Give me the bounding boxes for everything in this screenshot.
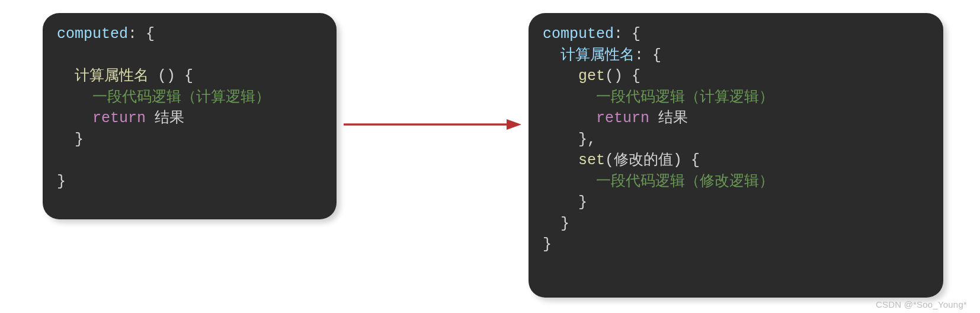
token-punc: (修改的值) { — [605, 152, 700, 169]
code-line: } — [57, 129, 322, 151]
code-line: set(修改的值) { — [543, 150, 929, 171]
token-punc: : { — [635, 47, 661, 64]
token-punc: } — [578, 194, 587, 211]
code-line: 一段代码逻辑（计算逻辑） — [57, 87, 322, 108]
code-line: 一段代码逻辑（计算逻辑） — [543, 87, 929, 108]
code-panel-right: computed: { 计算属性名: { get() { 一段代码逻辑（计算逻辑… — [529, 13, 943, 298]
code-line: } — [57, 171, 322, 193]
watermark: CSDN @*Soo_Young* — [876, 299, 967, 309]
token-comment: 一段代码逻辑（修改逻辑） — [596, 173, 774, 190]
token-return: return — [596, 110, 649, 127]
token-comment: 一段代码逻辑（计算逻辑） — [92, 89, 270, 106]
code-line: 计算属性名 () { — [57, 66, 322, 87]
token-fn: set — [578, 152, 605, 169]
code-line: } — [543, 192, 929, 213]
token-return: return — [92, 110, 146, 127]
token-punc: } — [75, 131, 84, 148]
code-line: 一段代码逻辑（修改逻辑） — [543, 171, 929, 193]
code-line-blank — [57, 150, 322, 171]
svg-marker-1 — [507, 119, 521, 130]
arrow-icon — [344, 117, 521, 132]
token-key: computed — [543, 25, 614, 43]
token-punc: } — [543, 236, 552, 253]
token-punc: } — [57, 173, 66, 190]
token-punc: () { — [149, 68, 193, 85]
code-line: 计算属性名: { — [543, 45, 929, 66]
code-line: }, — [543, 129, 929, 151]
token-key: 计算属性名 — [561, 47, 635, 64]
token-punc: () { — [605, 68, 640, 85]
token-plain: 结果 — [146, 110, 184, 127]
code-line: computed: { — [57, 24, 322, 45]
code-line: computed: { — [543, 24, 929, 45]
code-panel-left: computed: { 计算属性名 () { 一段代码逻辑（计算逻辑） retu… — [43, 13, 337, 219]
token-comment: 一段代码逻辑（计算逻辑） — [596, 89, 774, 106]
code-line: return 结果 — [543, 108, 929, 129]
code-line: return 结果 — [57, 108, 322, 129]
code-line-blank — [57, 45, 322, 66]
token-plain: 结果 — [649, 110, 688, 127]
code-line: get() { — [543, 66, 929, 87]
token-punc: }, — [578, 131, 596, 148]
code-line: } — [543, 213, 929, 235]
token-punc: } — [561, 215, 569, 232]
token-fn: get — [578, 68, 605, 85]
token-key: computed — [57, 25, 128, 43]
token-punc: : { — [128, 25, 155, 43]
token-fn: 计算属性名 — [75, 68, 149, 85]
token-punc: : { — [614, 25, 640, 43]
code-line: } — [543, 234, 929, 255]
